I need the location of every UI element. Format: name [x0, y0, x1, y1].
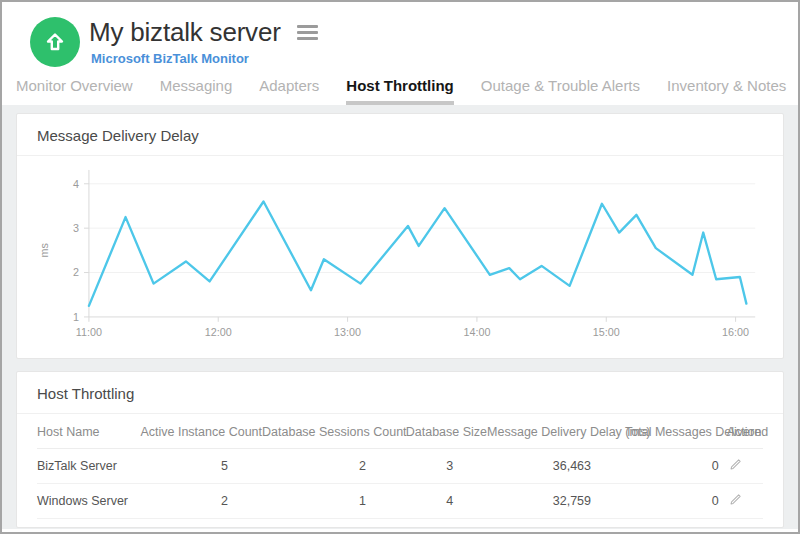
column-header-total-messages-delivered: Total Messages Delivered: [625, 414, 727, 449]
host-throttling-table: Host NameActive Instance CountDatabase S…: [37, 414, 763, 519]
column-header-host-name: Host Name: [37, 414, 139, 449]
value-cell: 5: [139, 449, 262, 484]
tab-bar: Monitor OverviewMessagingAdaptersHost Th…: [2, 67, 798, 105]
value-cell: 32,759: [487, 484, 625, 519]
chart-card-title: Message Delivery Delay: [17, 114, 783, 156]
value-cell: 2: [262, 449, 400, 484]
server-status-badge: [30, 17, 80, 67]
column-header-action: Action: [727, 414, 763, 449]
table-row: BizTalk Server52336,4630: [37, 449, 763, 484]
pencil-icon: [729, 493, 742, 506]
edit-row-button[interactable]: [727, 457, 744, 475]
value-cell: 3: [400, 449, 487, 484]
page-title: My biztalk server: [89, 17, 281, 48]
hamburger-menu-icon[interactable]: [295, 18, 320, 47]
table-card-title: Host Throttling: [17, 372, 783, 414]
table-header-row: Host NameActive Instance CountDatabase S…: [37, 414, 763, 449]
svg-text:14:00: 14:00: [463, 326, 490, 338]
svg-text:2: 2: [73, 266, 79, 278]
page-header: My biztalk server Microsoft BizTalk Moni…: [2, 2, 798, 67]
value-cell: 4: [400, 484, 487, 519]
table-body: BizTalk Server52336,4630Windows Server21…: [37, 449, 763, 519]
svg-text:ms: ms: [38, 243, 50, 257]
value-cell: 0: [625, 449, 727, 484]
value-cell: 36,463: [487, 449, 625, 484]
svg-text:12:00: 12:00: [205, 326, 232, 338]
tab-adapters[interactable]: Adapters: [259, 77, 319, 105]
up-arrow-icon: [43, 30, 67, 54]
svg-text:11:00: 11:00: [76, 326, 102, 338]
svg-text:13:00: 13:00: [334, 326, 361, 338]
value-cell: 2: [139, 484, 262, 519]
value-cell: 1: [262, 484, 400, 519]
svg-text:3: 3: [73, 222, 79, 234]
tab-inventory-notes[interactable]: Inventory & Notes: [667, 77, 786, 105]
column-header-active-instance-count: Active Instance Count: [139, 414, 262, 449]
svg-text:15:00: 15:00: [593, 326, 620, 338]
content-area: Message Delivery Delay 123411:0012:0013:…: [2, 105, 798, 529]
tab-outage-trouble-alerts[interactable]: Outage & Trouble Alerts: [481, 77, 640, 105]
svg-text:16:00: 16:00: [722, 326, 749, 338]
column-header-database-sessions-count: Database Sessions Count: [262, 414, 400, 449]
delay-chart: 123411:0012:0013:0014:0015:0016:00ms: [35, 168, 765, 356]
tab-messaging[interactable]: Messaging: [160, 77, 233, 105]
table-row: Windows Server21432,7590: [37, 484, 763, 519]
monitor-type-link[interactable]: Microsoft BizTalk Monitor: [91, 51, 320, 66]
column-header-database-size: Database Size: [400, 414, 487, 449]
tab-monitor-overview[interactable]: Monitor Overview: [16, 77, 133, 105]
tab-host-throttling[interactable]: Host Throttling: [346, 77, 453, 105]
host-name-cell: Windows Server: [37, 484, 139, 519]
svg-text:1: 1: [73, 311, 79, 323]
delay-line-series: [89, 202, 746, 306]
svg-text:4: 4: [73, 178, 79, 190]
host-name-cell: BizTalk Server: [37, 449, 139, 484]
message-delivery-delay-card: Message Delivery Delay 123411:0012:0013:…: [16, 113, 784, 359]
column-header-message-delivery-delay-ms-: Message Delivery Delay (ms): [487, 414, 625, 449]
pencil-icon: [729, 458, 742, 471]
value-cell: 0: [625, 484, 727, 519]
chart-container: 123411:0012:0013:0014:0015:0016:00ms: [17, 156, 783, 358]
host-throttling-card: Host Throttling Host NameActive Instance…: [16, 371, 784, 528]
edit-row-button[interactable]: [727, 492, 744, 510]
